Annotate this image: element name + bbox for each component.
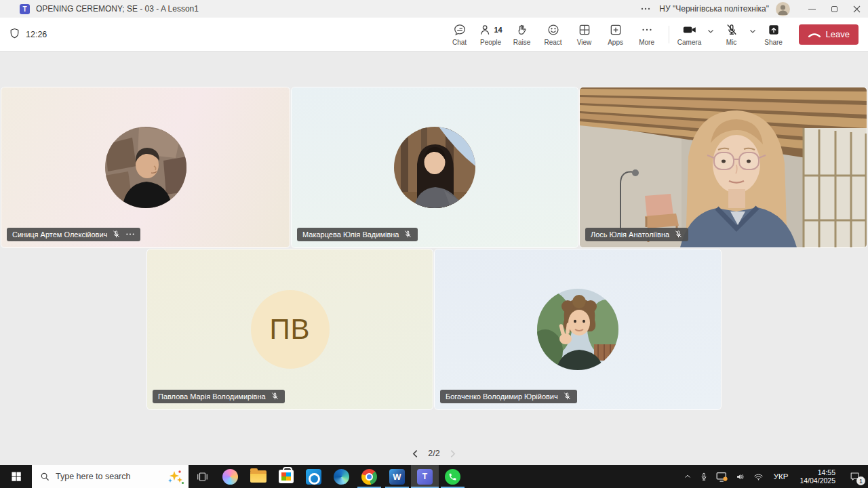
edge-icon (334, 469, 349, 485)
participant-name: Богаченко Володимир Юрійович (446, 392, 558, 401)
outlook-icon (306, 469, 321, 485)
raise-hand-button[interactable]: Raise (507, 18, 538, 51)
teams-meeting-window: T OPENING CEREMONY; SE - 03 - A Lesson1 … (0, 0, 868, 488)
people-label: People (480, 39, 501, 46)
taskbar-app-word[interactable]: W (383, 465, 411, 488)
tile-more-options-icon[interactable] (125, 230, 135, 239)
system-tray: УКР 14:55 14/04/2025 1 (679, 465, 868, 488)
toolbar-divider (669, 26, 669, 43)
chrome-icon (361, 469, 377, 485)
windows-taskbar: W T УКР 14:55 (0, 465, 868, 488)
hangup-icon (808, 30, 821, 39)
taskbar-app-microsoft-store[interactable] (272, 465, 300, 488)
participant-tile-synytsia[interactable]: Синиця Артем Олексійович (1, 87, 290, 247)
participant-avatar-photo (394, 127, 475, 208)
taskbar-app-edge[interactable] (328, 465, 355, 488)
mic-off-icon (563, 392, 572, 401)
participant-avatar-photo (537, 289, 618, 370)
taskbar-app-outlook[interactable] (300, 465, 328, 488)
participant-avatar-photo (105, 127, 186, 208)
apps-button[interactable]: Apps (600, 18, 631, 51)
word-icon: W (389, 469, 405, 485)
tray-microphone-icon[interactable] (696, 465, 712, 488)
gallery-pagination: 2/2 (0, 449, 868, 458)
participant-nameplate: Павлова Марія Володимирівна (153, 390, 285, 403)
hidden-icons-chevron[interactable] (679, 465, 696, 488)
camera-options-chevron[interactable] (704, 14, 717, 47)
search-highlights-sparkle-icon (167, 468, 184, 485)
share-button[interactable]: Share (760, 18, 788, 51)
video-grid: Синиця Артем Олексійович (0, 52, 868, 465)
participant-tile-los-live-video[interactable]: Лось Юлія Анатоліївна (580, 87, 867, 247)
view-icon (578, 23, 591, 37)
taskbar-search[interactable] (32, 465, 189, 488)
previous-page-chevron[interactable] (411, 449, 420, 458)
tray-display-notification-icon[interactable] (712, 465, 732, 488)
user-avatar[interactable] (776, 2, 790, 16)
mic-options-chevron[interactable] (746, 14, 760, 47)
tray-wifi-icon[interactable] (749, 465, 768, 488)
chat-label: Chat (452, 39, 467, 46)
maximize-button[interactable] (823, 0, 846, 18)
participant-tile-bohachenko[interactable]: Богаченко Володимир Юрійович (435, 249, 721, 409)
mic-button[interactable]: Mic (717, 18, 746, 51)
taskbar-app-copilot[interactable] (216, 465, 244, 488)
participant-name: Синиця Артем Олексійович (12, 230, 107, 239)
participant-tile-makartseva[interactable]: Макарцева Юлія Вадимівна (292, 87, 578, 247)
mic-off-icon (674, 230, 683, 239)
people-button[interactable]: 14 People (475, 18, 507, 51)
chat-button[interactable]: Chat (444, 18, 475, 51)
taskbar-app-whatsapp[interactable] (439, 465, 467, 488)
more-button[interactable]: More (631, 18, 663, 51)
tray-volume-icon[interactable] (732, 465, 749, 488)
mic-label: Mic (726, 39, 737, 46)
view-label: View (577, 39, 592, 46)
shield-icon (9, 27, 20, 42)
leave-button[interactable]: Leave (799, 24, 859, 45)
live-video-feed (580, 87, 867, 247)
camera-icon (682, 23, 698, 37)
react-label: React (545, 39, 562, 46)
participant-nameplate: Синиця Артем Олексійович (7, 228, 140, 241)
titlebar-more-icon[interactable] (636, 3, 655, 14)
react-icon (547, 23, 560, 37)
language-indicator[interactable]: УКР (768, 472, 795, 481)
windows-logo-icon (11, 471, 22, 482)
participant-initials-avatar: ПВ (251, 290, 330, 369)
react-button[interactable]: React (538, 18, 569, 51)
view-button[interactable]: View (569, 18, 600, 51)
close-button[interactable] (846, 0, 868, 18)
camera-button[interactable]: Camera (675, 18, 704, 51)
participant-count-badge: 14 (494, 26, 502, 34)
participant-tile-pavlova[interactable]: ПВ Павлова Марія Володимирівна (147, 249, 433, 409)
teams-app-icon: T (20, 4, 30, 14)
chat-icon (453, 23, 467, 37)
start-button[interactable] (0, 465, 32, 488)
action-center-button[interactable]: 1 (841, 465, 868, 488)
whatsapp-icon (445, 469, 460, 485)
participant-nameplate: Лось Юлія Анатоліївна (585, 228, 688, 241)
window-title: OPENING CEREMONY; SE - 03 - A Lesson1 (36, 4, 199, 14)
taskbar-app-file-explorer[interactable] (244, 465, 272, 488)
tray-time: 14:55 (800, 468, 835, 476)
apps-icon (609, 23, 623, 37)
taskbar-app-chrome[interactable] (355, 465, 383, 488)
participant-name: Макарцева Юлія Вадимівна (302, 230, 399, 239)
search-input[interactable] (56, 472, 151, 481)
clock[interactable]: 14:55 14/04/2025 (794, 468, 841, 485)
tray-date: 14/04/2025 (800, 476, 835, 485)
leave-label: Leave (826, 29, 850, 39)
meeting-timer: 12:26 (26, 30, 47, 39)
more-icon (640, 23, 654, 37)
people-icon (479, 23, 492, 37)
mic-off-icon (403, 230, 412, 239)
minimize-button[interactable] (801, 0, 823, 18)
mic-muted-icon (725, 23, 738, 37)
taskbar-app-teams[interactable]: T (411, 465, 439, 488)
task-view-button[interactable] (189, 465, 216, 488)
next-page-chevron[interactable] (448, 449, 457, 458)
search-icon (40, 472, 50, 481)
camera-label: Camera (677, 39, 702, 46)
meeting-toolbar: 12:26 Chat 14 People Raise (0, 18, 868, 52)
participant-name: Лось Юлія Анатоліївна (591, 230, 669, 239)
